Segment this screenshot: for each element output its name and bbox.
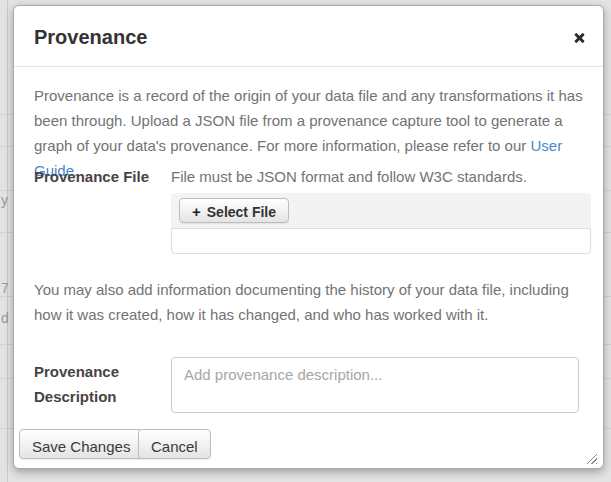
background-divider-line [7,0,8,482]
modal-header: Provenance [14,6,603,67]
provenance-modal: Provenance Provenance is a record of the… [13,5,604,469]
provenance-description-input[interactable] [171,357,579,413]
file-format-help-text: File must be JSON format and follow W3C … [171,164,527,189]
history-paragraph: You may also add information documenting… [34,277,594,327]
close-button[interactable] [572,31,586,45]
resize-grip-icon[interactable] [584,451,597,464]
select-file-button[interactable]: +Select File [179,198,289,223]
page: y 7 d Provenance Provenance is a record … [0,0,611,482]
modal-title: Provenance [34,26,147,49]
file-upload-panel: +Select File [171,193,591,254]
provenance-file-label: Provenance File [34,164,149,189]
cancel-button[interactable]: Cancel [138,429,211,459]
provenance-description-label: Provenance Description [34,359,159,409]
background-text-fragment: d [1,311,9,325]
background-text-fragment: 7 [1,281,9,295]
select-file-button-label: Select File [207,204,276,220]
plus-icon: + [192,203,201,220]
selected-file-display [171,228,591,254]
intro-text-before-link: Provenance is a record of the origin of … [34,87,583,154]
close-icon [572,31,586,45]
save-changes-button[interactable]: Save Changes [19,429,143,459]
background-text-fragment: y [1,193,8,207]
file-upload-panel-toolbar: +Select File [171,193,591,228]
